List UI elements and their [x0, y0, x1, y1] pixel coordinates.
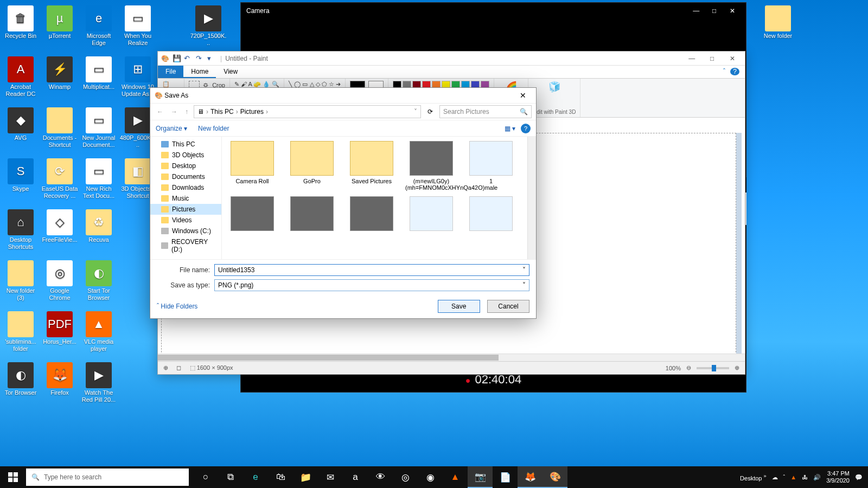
desktop-icon[interactable]: ▭New Rich Text Docu... — [80, 158, 117, 200]
tab-file[interactable]: File — [158, 66, 183, 78]
tab-home[interactable]: Home — [183, 66, 216, 78]
notepad-icon[interactable]: 📄 — [493, 466, 518, 488]
chrome-icon[interactable]: ◎ — [393, 466, 418, 488]
desktop-icon[interactable]: AAcrobat Reader DC — [2, 56, 39, 98]
mail-icon[interactable]: ✉ — [318, 466, 343, 488]
vlc-icon[interactable]: ▲ — [443, 466, 468, 488]
image-item[interactable] — [226, 196, 278, 233]
desktop-icon[interactable]: ▭Multiplicat... — [80, 56, 117, 91]
tree-node[interactable]: This PC — [150, 139, 221, 150]
image-item[interactable] — [405, 196, 457, 233]
desktop-icon[interactable]: ◆AVG — [2, 107, 39, 142]
tree-node[interactable]: Windows (C:) — [150, 226, 221, 236]
camera-titlebar[interactable]: Camera — □ ✕ — [241, 3, 746, 19]
zoom-slider[interactable] — [697, 367, 729, 369]
network-icon[interactable]: 🖧 — [802, 474, 808, 480]
qat-more-icon[interactable]: ▾ — [207, 54, 217, 62]
amazon-icon[interactable]: a — [343, 466, 368, 488]
desktop-icon[interactable]: SSkype — [2, 158, 39, 192]
onedrive-icon[interactable]: ☁ — [772, 474, 778, 481]
start-button[interactable] — [0, 466, 26, 488]
minimize-icon[interactable]: — — [688, 7, 704, 15]
files-scrollbar[interactable] — [527, 137, 536, 259]
store-icon[interactable]: 🛍 — [268, 466, 293, 488]
refresh-icon[interactable]: ⟳ — [424, 108, 436, 115]
desktop-icon[interactable]: eMicrosoft Edge — [80, 5, 117, 47]
desktop-icon[interactable]: 'sublimina... folder — [2, 311, 39, 352]
tree-node[interactable]: Pictures — [150, 204, 221, 215]
cortana-icon[interactable]: ○ — [193, 466, 218, 488]
taskview-icon[interactable]: ⧉ — [218, 466, 243, 488]
desktop-icon[interactable]: ▶Watch The Red Pill 20... — [80, 362, 117, 403]
new-folder-button[interactable]: New folder — [198, 125, 229, 132]
firefox-taskbar-icon[interactable]: 🦊 — [518, 466, 542, 488]
chevron-down-icon[interactable]: ˅ — [522, 281, 526, 289]
filename-input[interactable]: Untitled1353˅ — [214, 264, 529, 276]
desktop-icon[interactable]: Documents - Shortcut — [41, 107, 78, 149]
folder-item[interactable]: Camera Roll — [226, 141, 278, 191]
breadcrumb[interactable]: 🖥› This PC› Pictures› ˅ — [194, 105, 421, 118]
chevron-down-icon[interactable]: ˅ — [522, 266, 526, 274]
tree-node[interactable]: Videos — [150, 215, 221, 226]
maximize-icon[interactable]: □ — [703, 55, 722, 62]
zoom-in-button[interactable]: ⊕ — [735, 364, 739, 371]
desktop-icon[interactable]: ⌂Desktop Shortcuts — [2, 209, 39, 251]
close-icon[interactable]: ✕ — [723, 55, 742, 62]
desktop-icon[interactable]: ▲VLC media player — [80, 311, 117, 352]
ribbon-collapse-icon[interactable]: ˆ — [723, 68, 725, 75]
tree-node[interactable]: Music — [150, 193, 221, 204]
paint3d-button[interactable]: Edit with Paint 3D — [533, 109, 576, 115]
taskbar-clock[interactable]: 3:47 PM 3/9/2020 — [826, 470, 850, 484]
explorer-icon[interactable]: 📁 — [293, 466, 318, 488]
desktop-icon[interactable]: ◐Start Tor Browser — [80, 260, 117, 301]
desktop-icon[interactable]: ▭New Journal Document... — [80, 107, 117, 149]
desktop-icon[interactable]: PDFHorus_Her... — [41, 311, 78, 345]
image-item[interactable]: (m=ewILG0y)(mh=FMNOM0cXHYnQa42O)male — [405, 141, 457, 191]
desktop-icon[interactable]: ◇FreeFileVie... — [41, 209, 78, 243]
icon[interactable]: ◉ — [418, 466, 443, 488]
paint-taskbar-icon[interactable]: 🎨 — [542, 466, 567, 488]
tray-chevron-icon[interactable]: ˆ — [783, 474, 786, 480]
save-icon[interactable]: 💾 — [173, 54, 182, 62]
paint-titlebar[interactable]: 🎨 💾 ↶ ↷ ▾ | Untitled - Paint — □ ✕ — [158, 52, 745, 66]
help-icon[interactable]: ? — [730, 68, 739, 75]
save-button[interactable]: Save — [438, 300, 480, 313]
up-icon[interactable]: ↑ — [183, 108, 190, 115]
tab-view[interactable]: View — [216, 66, 245, 78]
view-mode-button[interactable]: ▦ ▾ — [505, 125, 515, 132]
desktop-icon[interactable]: ▶720P_1500K... — [190, 5, 227, 47]
close-icon[interactable]: ✕ — [514, 91, 532, 100]
image-item[interactable] — [465, 196, 517, 233]
tree-node[interactable]: RECOVERY (D:) — [150, 236, 221, 255]
desktop-icon[interactable]: ◐Tor Browser — [2, 362, 39, 396]
edge-icon[interactable]: e — [243, 466, 268, 488]
desktop-icon[interactable]: ⟳EaseUS Data Recovery ... — [41, 158, 78, 200]
zoom-out-button[interactable]: ⊖ — [686, 364, 691, 371]
tree-node[interactable]: Desktop — [150, 160, 221, 171]
forward-icon[interactable]: → — [169, 108, 180, 115]
desktop-icon[interactable]: 🗑Recycle Bin — [2, 5, 39, 40]
taskbar-search[interactable]: 🔍 Type here to search — [26, 468, 189, 486]
dialog-titlebar[interactable]: 🎨 Save As ✕ — [150, 88, 536, 103]
folder-item[interactable]: GoPro — [286, 141, 338, 191]
image-item[interactable]: 1 — [465, 141, 517, 191]
tree-node[interactable]: Downloads — [150, 182, 221, 193]
filetype-select[interactable]: PNG (*.png)˅ — [214, 279, 529, 291]
help-icon[interactable]: ? — [521, 124, 531, 133]
hide-folders-toggle[interactable]: ˆ Hide Folders — [157, 303, 197, 310]
desktop-toolbar[interactable]: Desktop » — [740, 473, 767, 481]
desktop-icon[interactable]: New folder — [760, 5, 796, 40]
undo-icon[interactable]: ↶ — [184, 54, 194, 62]
desktop-icon[interactable]: ♻Recuva — [80, 209, 117, 243]
dialog-search[interactable]: Search Pictures🔍 — [439, 105, 532, 118]
tripadvisor-icon[interactable]: 👁 — [368, 466, 393, 488]
file-view[interactable]: Camera RollGoProSaved Pictures(m=ewILG0y… — [222, 137, 527, 259]
camera-taskbar-icon[interactable]: 📷 — [468, 466, 493, 488]
paint-hscrollbar[interactable] — [158, 354, 745, 361]
tree-node[interactable]: Documents — [150, 171, 221, 182]
desktop-icon[interactable]: µµTorrent — [41, 5, 78, 40]
close-icon[interactable]: ✕ — [724, 7, 741, 15]
crumb-thispc[interactable]: This PC — [210, 108, 234, 115]
minimize-icon[interactable]: — — [682, 55, 701, 62]
image-item[interactable] — [346, 196, 398, 233]
